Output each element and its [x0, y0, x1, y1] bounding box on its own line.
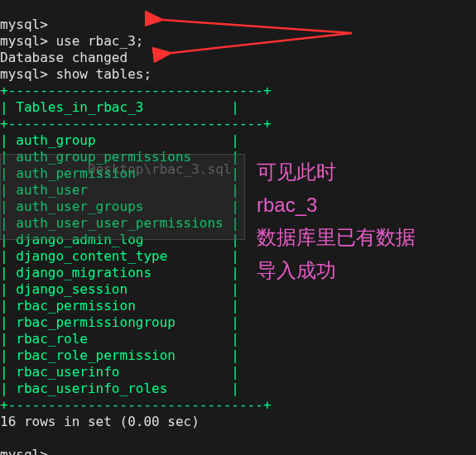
table-cell: auth_group [16, 132, 223, 148]
arrow-icon [163, 20, 352, 33]
table-row: | auth_permission | [0, 165, 239, 181]
table-row: | auth_group | [0, 132, 239, 148]
table-row: | rbac_permissiongroup | [0, 314, 239, 330]
table-header: | Tables_in_rbac_3 | [0, 99, 239, 115]
table-row: | auth_group_permissions | [0, 149, 239, 165]
command-use: mysql> use rbac_3; [0, 33, 143, 49]
table-row: | django_session | [0, 281, 239, 297]
table-cell: auth_user_user_permissions [16, 215, 223, 231]
arrow-icon [171, 33, 352, 53]
table-cell: auth_permission [16, 165, 223, 181]
table-cell: django_session [16, 281, 223, 297]
annotation-line2: rbac_3 [257, 189, 416, 222]
table-row: | django_content_type | [0, 248, 239, 264]
annotation-line1: 可见此时 [257, 156, 416, 189]
table-cell: rbac_userinfo [16, 364, 223, 380]
prompt-empty: mysql> [0, 17, 48, 32]
table-row: | rbac_role_permission | [0, 347, 239, 363]
table-border-mid: +--------------------------------+ [0, 116, 272, 132]
table-cell: rbac_role [16, 331, 223, 347]
table-cell: rbac_userinfo_roles [16, 381, 223, 396]
table-row: | rbac_role | [0, 331, 239, 347]
table-cell: auth_user_groups [16, 199, 223, 214]
command-show-tables: mysql> show tables; [0, 66, 151, 82]
table-cell: rbac_permission [16, 298, 223, 314]
annotation-arrows [145, 8, 360, 70]
table-row: | rbac_userinfo | [0, 364, 239, 380]
table-row: | auth_user | [0, 182, 239, 198]
table-cell: auth_group_permissions [16, 149, 223, 165]
table-border-bottom: +--------------------------------+ [0, 397, 272, 413]
annotation-line4: 导入成功 [257, 254, 416, 287]
table-row: | django_admin_log | [0, 232, 239, 247]
table-cell: django_content_type [16, 248, 223, 264]
table-row: | rbac_userinfo_roles | [0, 381, 239, 396]
table-row: | django_migrations | [0, 265, 239, 280]
result-count: 16 rows in set (0.00 sec) [0, 414, 200, 429]
prompt-final[interactable]: mysql> [0, 447, 55, 455]
table-row: | auth_user_user_permissions | [0, 215, 239, 231]
response-changed: Database changed [0, 50, 127, 65]
table-row: | auth_user_groups | [0, 199, 239, 214]
table-row: | rbac_permission | [0, 298, 239, 314]
table-border-top: +--------------------------------+ [0, 83, 272, 98]
table-cell: rbac_role_permission [16, 347, 223, 363]
table-cell: auth_user [16, 182, 223, 198]
annotation-line3: 数据库里已有数据 [257, 221, 416, 254]
table-cell: django_admin_log [16, 232, 223, 247]
annotation-text: 可见此时 rbac_3 数据库里已有数据 导入成功 [257, 156, 416, 286]
table-cell: django_migrations [16, 265, 223, 280]
table-cell: rbac_permissiongroup [16, 314, 223, 330]
